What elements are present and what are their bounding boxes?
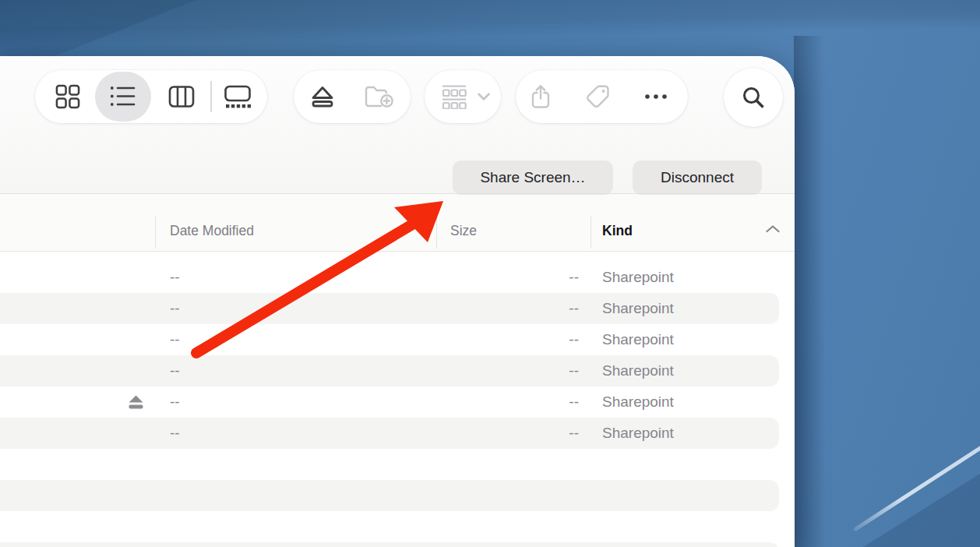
column-header-date-modified[interactable]: Date Modified bbox=[170, 223, 254, 239]
kind-cell: Sharepoint bbox=[602, 386, 674, 418]
finder-window: Share Screen… Disconnect Date Modified S… bbox=[0, 56, 795, 547]
date-cell: -- bbox=[170, 386, 180, 418]
table-row[interactable]: -- -- Sharepoint bbox=[0, 355, 779, 386]
table-row[interactable]: -- -- Sharepoint bbox=[0, 262, 779, 293]
table-row[interactable]: -- -- Sharepoint bbox=[0, 418, 779, 449]
share-icon[interactable] bbox=[527, 83, 554, 110]
size-cell: -- bbox=[436, 293, 579, 324]
share-screen-button[interactable]: Share Screen… bbox=[453, 161, 613, 195]
tag-icon[interactable] bbox=[585, 84, 612, 110]
list-header-background bbox=[0, 194, 795, 251]
more-icon[interactable] bbox=[643, 94, 668, 100]
date-cell: -- bbox=[170, 262, 180, 293]
gallery-view-button[interactable] bbox=[224, 85, 252, 108]
size-cell: -- bbox=[436, 418, 579, 449]
kind-cell: Sharepoint bbox=[602, 293, 674, 324]
table-row[interactable]: -- -- Sharepoint bbox=[0, 386, 779, 418]
column-view-button[interactable] bbox=[168, 85, 195, 108]
row-stripe bbox=[0, 480, 779, 511]
size-cell: -- bbox=[436, 324, 579, 355]
table-row[interactable]: -- -- Sharepoint bbox=[0, 293, 779, 324]
list-view-button[interactable] bbox=[110, 85, 136, 108]
date-cell: -- bbox=[170, 324, 180, 355]
kind-cell: Sharepoint bbox=[602, 262, 674, 293]
column-header-size[interactable]: Size bbox=[450, 223, 477, 239]
date-cell: -- bbox=[170, 418, 180, 449]
size-cell: -- bbox=[436, 262, 579, 293]
size-cell: -- bbox=[436, 355, 579, 386]
pill-divider bbox=[210, 81, 212, 112]
table-row[interactable]: -- -- Sharepoint bbox=[0, 324, 779, 355]
item-actions-pill bbox=[516, 70, 688, 123]
header-top-divider bbox=[0, 193, 795, 194]
row-eject-icon[interactable] bbox=[128, 395, 144, 409]
window-edge-shadow bbox=[794, 36, 825, 547]
date-cell: -- bbox=[170, 355, 180, 386]
screen: Share Screen… Disconnect Date Modified S… bbox=[0, 0, 980, 547]
search-icon bbox=[741, 85, 766, 110]
chevron-down-icon[interactable] bbox=[478, 93, 491, 101]
size-cell: -- bbox=[436, 386, 579, 418]
search-button[interactable] bbox=[724, 68, 783, 127]
group-pill bbox=[425, 70, 501, 123]
column-separator bbox=[155, 216, 156, 249]
view-switcher-pill bbox=[35, 70, 267, 123]
kind-cell: Sharepoint bbox=[602, 418, 674, 449]
header-bottom-divider bbox=[0, 251, 795, 252]
icon-view-button[interactable] bbox=[55, 84, 81, 110]
group-icon[interactable] bbox=[441, 84, 467, 109]
kind-cell: Sharepoint bbox=[602, 355, 674, 386]
date-cell: -- bbox=[170, 293, 180, 324]
kind-cell: Sharepoint bbox=[602, 324, 674, 355]
column-header-kind[interactable]: Kind bbox=[602, 223, 633, 239]
column-separator bbox=[436, 216, 437, 249]
disconnect-button[interactable]: Disconnect bbox=[633, 161, 762, 195]
device-actions-pill bbox=[294, 70, 411, 123]
column-separator bbox=[590, 216, 591, 249]
row-stripe bbox=[0, 542, 779, 547]
sort-ascending-icon bbox=[765, 224, 781, 233]
new-folder-icon[interactable] bbox=[364, 84, 393, 109]
eject-button[interactable] bbox=[309, 85, 336, 108]
